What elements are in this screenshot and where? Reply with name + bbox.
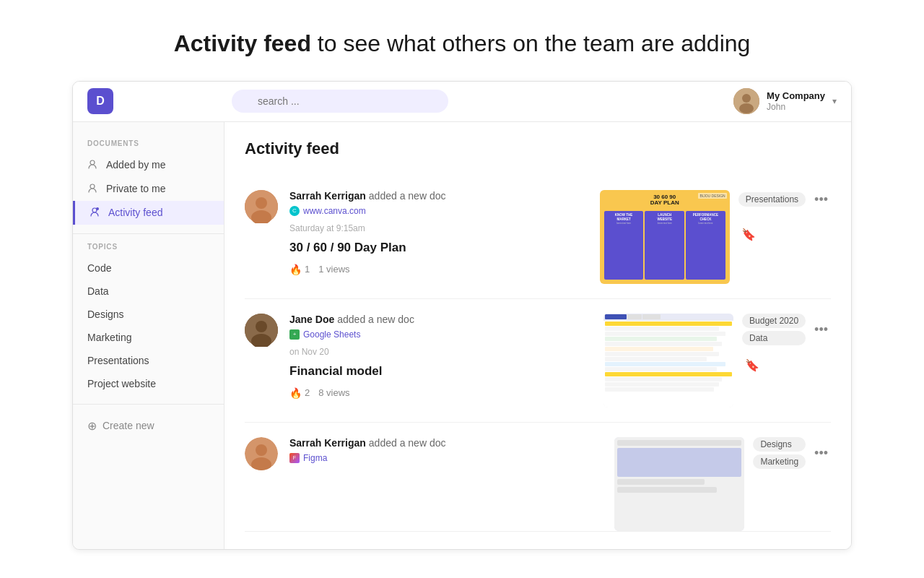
- like-count-1: 1: [305, 264, 310, 275]
- sidebar-item-code[interactable]: Code: [73, 256, 224, 280]
- source-url-3[interactable]: Figma: [303, 453, 327, 463]
- feed-right-1: 30 60 90DAY PLAN BIJOU DESIGN KNOW THEMA…: [600, 190, 831, 284]
- sheets-icon: +: [289, 329, 300, 340]
- sidebar-item-marketing[interactable]: Marketing: [73, 326, 224, 349]
- sidebar-label-designs: Designs: [87, 309, 124, 320]
- svg-point-1: [742, 94, 751, 103]
- tag-marketing[interactable]: Marketing: [753, 454, 806, 469]
- sidebar-label-code: Code: [87, 262, 111, 274]
- tag-presentations[interactable]: Presentations: [738, 192, 806, 207]
- chevron-down-icon[interactable]: ▾: [832, 96, 837, 106]
- views-label-2: views: [326, 387, 350, 398]
- feed-item-3: Sarrah Kerrigan added a new doc F Figma: [245, 423, 831, 532]
- topics-section-label: TOPICS: [73, 243, 224, 251]
- source-url-2[interactable]: Google Sheets: [303, 329, 360, 340]
- tag-budget-2020[interactable]: Budget 2020: [742, 314, 806, 328]
- feed-action-3: added a new doc: [369, 437, 446, 449]
- feed-content-2: Jane Doe added a new doc + Google Sheets…: [289, 314, 592, 399]
- svg-point-4: [90, 184, 95, 189]
- create-new-button[interactable]: ⊕ Create new: [73, 413, 224, 439]
- feed-source-1: C www.canva.com: [289, 206, 588, 216]
- create-new-label: Create new: [103, 420, 154, 431]
- figma-icon: F: [289, 453, 300, 463]
- feed-meta-2: 🔥 2 8 views: [289, 387, 592, 399]
- feed-source-3: F Figma: [289, 453, 603, 463]
- bookmark-button-2[interactable]: 🔖: [742, 355, 762, 375]
- canva-icon: C: [289, 206, 300, 216]
- sidebar-item-added-by-me[interactable]: Added by me: [73, 153, 224, 177]
- sidebar-item-presentations[interactable]: Presentations: [73, 349, 224, 372]
- feed-action-1: added a new doc: [369, 190, 446, 202]
- feed-meta-1: 🔥 1 1 views: [289, 264, 588, 275]
- feed-user-sarrah: Sarrah Kerrigan: [289, 190, 366, 202]
- sidebar-label-data: Data: [87, 285, 109, 297]
- feed-likes-1: 🔥 1: [289, 264, 310, 275]
- company-info: My Company John: [767, 90, 825, 112]
- sidebar: DOCUMENTS Added by me: [73, 122, 225, 549]
- source-url-1[interactable]: www.canva.com: [303, 206, 366, 216]
- svg-point-14: [256, 444, 267, 456]
- sidebar-label-project-website: Project website: [87, 378, 156, 389]
- sidebar-label-added-by-me: Added by me: [106, 159, 166, 171]
- top-bar-center: 🔍: [232, 90, 733, 113]
- bookmark-button-1[interactable]: 🔖: [738, 225, 759, 244]
- avatar-sarrah-1: [245, 190, 278, 223]
- fire-icon-2: 🔥: [289, 387, 302, 399]
- feed-content-1: Sarrah Kerrigan added a new doc C www.ca…: [289, 190, 588, 275]
- svg-point-6: [96, 207, 99, 210]
- sidebar-item-data[interactable]: Data: [73, 280, 224, 303]
- search-wrapper: 🔍: [232, 90, 448, 113]
- sidebar-item-private-to-me[interactable]: Private to me: [73, 177, 224, 201]
- sidebar-item-activity-feed[interactable]: Activity feed: [73, 201, 224, 225]
- headline-rest: to see what others on the team are addin…: [311, 30, 750, 56]
- sidebar-label-private-to-me: Private to me: [106, 183, 165, 194]
- lock-person-icon: [87, 183, 99, 195]
- feed-timestamp-1: Saturday at 9:15am: [289, 223, 588, 233]
- top-bar: D 🔍 My Company John: [73, 82, 851, 122]
- feed-action-2: added a new doc: [337, 314, 414, 325]
- activity-icon: [90, 207, 101, 219]
- page-headline: Activity feed to see what others on the …: [174, 29, 751, 59]
- feed-header-1: Sarrah Kerrigan added a new doc: [289, 190, 588, 202]
- tag-data[interactable]: Data: [742, 331, 806, 345]
- sidebar-item-project-website[interactable]: Project website: [73, 372, 224, 395]
- more-button-1[interactable]: •••: [811, 190, 831, 209]
- main-layout: DOCUMENTS Added by me: [73, 122, 851, 549]
- tag-designs[interactable]: Designs: [753, 437, 806, 452]
- feed-doc-title-2[interactable]: Financial model: [289, 364, 592, 379]
- feed-likes-2: 🔥 2: [289, 387, 310, 399]
- feed-user-jane: Jane Doe: [289, 314, 334, 325]
- more-button-2[interactable]: •••: [811, 320, 831, 339]
- feed-user-sarrah-3: Sarrah Kerrigan: [289, 437, 366, 449]
- user-avatar: [733, 88, 759, 114]
- sidebar-divider-2: [73, 404, 224, 405]
- feed-doc-title-1[interactable]: 30 / 60 / 90 Day Plan: [289, 241, 588, 255]
- feed-source-2: + Google Sheets: [289, 329, 592, 340]
- feed-header-3: Sarrah Kerrigan added a new doc: [289, 437, 603, 449]
- avatar-jane: [245, 314, 278, 347]
- documents-section-label: DOCUMENTS: [73, 139, 224, 147]
- svg-point-11: [256, 321, 267, 332]
- plus-circle-icon: ⊕: [87, 419, 97, 433]
- feed-tags-actions-1: Presentations ••• 🔖: [738, 190, 831, 244]
- sidebar-item-designs[interactable]: Designs: [73, 303, 224, 326]
- content-page-title: Activity feed: [245, 139, 831, 158]
- search-input[interactable]: [232, 90, 448, 113]
- view-count-2: 8: [318, 387, 323, 398]
- content-area: Activity feed Sarrah Kerrigan added: [225, 122, 851, 549]
- feed-timestamp-2: on Nov 20: [289, 347, 592, 357]
- svg-point-3: [90, 160, 95, 165]
- fire-icon: 🔥: [289, 264, 302, 275]
- svg-point-8: [256, 197, 267, 209]
- feed-views-2: 8 views: [318, 387, 349, 398]
- feed-header-2: Jane Doe added a new doc: [289, 314, 592, 325]
- more-button-3[interactable]: •••: [811, 444, 831, 462]
- top-bar-left: D: [87, 88, 232, 114]
- feed-preview-3: [614, 437, 744, 531]
- feed-views-1: 1 views: [318, 264, 349, 275]
- company-user: John: [767, 102, 825, 112]
- avatar-sarrah-3: [245, 437, 278, 470]
- like-count-2: 2: [305, 387, 310, 398]
- feed-right-2: Budget 2020 Data ••• 🔖: [603, 314, 831, 407]
- feed-preview-2: [603, 314, 733, 407]
